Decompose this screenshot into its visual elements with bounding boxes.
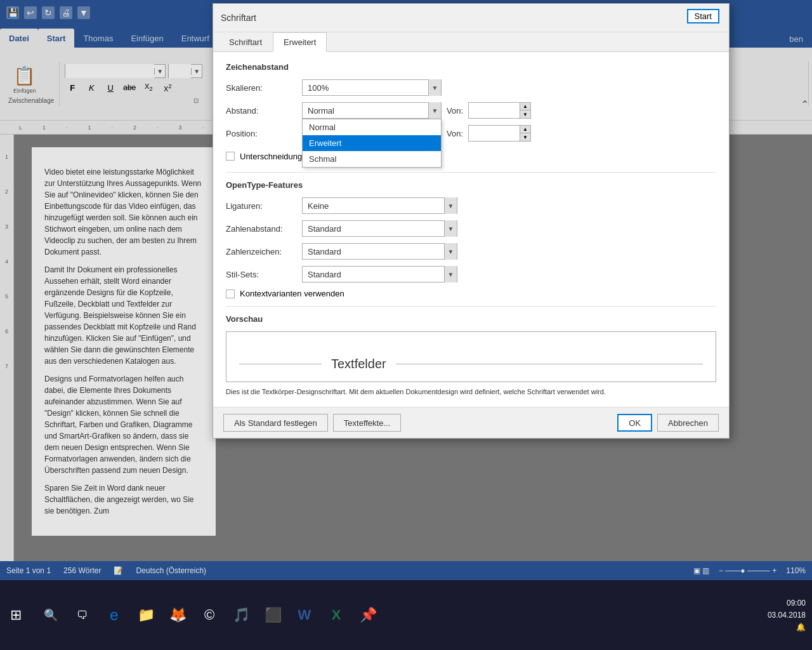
taskbar-explorer[interactable]: 📁 [130,583,162,647]
texteffekte-button[interactable]: Texteffekte... [333,414,401,432]
label-skalieren: Skalieren: [226,83,302,93]
label-ligaturen: Ligaturen: [226,201,302,211]
dropdown-item-normal[interactable]: Normal [303,119,441,135]
taskbar-notification[interactable]: 🔔 [796,623,806,632]
font-dialog: Schriftart ? ✕ Schriftart Erweitert Star… [213,3,730,439]
start-button[interactable]: ⊞ [0,580,32,650]
von-abstand-down[interactable]: ▼ [520,110,530,118]
form-row-zahlenzeichen: Zahlenzeichen: Standard ▼ [226,243,716,260]
taskbar-firefox[interactable]: 🦊 [162,583,193,647]
taskbar-search[interactable]: 🔍 [35,583,67,647]
taskbar-excel[interactable]: X [320,583,352,647]
zahlenzeichen-arrow[interactable]: ▼ [444,243,457,260]
dialog-title: Schriftart [221,13,683,23]
taskbar-app4[interactable]: 📌 [352,583,384,647]
dialog-footer: Als Standard festlegen Texteffekte... OK… [213,407,729,438]
von-abstand-up[interactable]: ▲ [520,103,530,110]
form-row-zahlenabstand: Zahlenabstand: Standard ▼ [226,220,716,237]
form-row-unterschneidung: Unterschneidung ab: ▼ Punkt [226,148,716,164]
separator-2 [226,306,716,307]
taskbar: ⊞ 🔍 🗨 e 📁 🦊 © 🎵 ⬛ W X 📌 09:00 03.04.2018… [0,580,812,650]
form-row-skalieren: Skalieren: 100% ▼ [226,79,716,96]
von-label-position: Von: [447,129,463,138]
abbrechen-button[interactable]: Abbrechen [657,414,719,432]
dialog-title-bar: Schriftart ? ✕ [213,4,729,32]
separator-1 [226,172,716,173]
section-zeichenabstand: Zeichenabstand [226,62,716,72]
form-row-ligaturen: Ligaturen: Keine ▼ [226,197,716,214]
taskbar-word[interactable]: W [289,583,320,647]
preview-box: Textfelder [226,331,716,382]
start-button-dialog[interactable]: Start [687,9,719,23]
tab-schriftart[interactable]: Schriftart [218,32,273,52]
label-zahlenzeichen: Zahlenzeichen: [226,247,302,256]
label-kontextvarianten: Kontextvarianten verwenden [240,289,344,298]
taskbar-items: 🔍 🗨 e 📁 🦊 © 🎵 ⬛ W X 📌 [32,580,387,650]
abstand-dropdown[interactable]: Normal Erweitert Schmal [302,119,442,168]
preview-dash-left [239,364,322,364]
ligaturen-arrow[interactable]: ▼ [444,197,457,214]
label-abstand: Abstand: [226,106,302,116]
taskbar-date: 03.04.2018 [768,611,806,620]
von-abstand-input[interactable] [469,103,520,118]
stilsets-arrow[interactable]: ▼ [444,266,457,282]
taskbar-time: 09:00 [787,599,806,607]
ligaturen-value: Keine [303,201,444,211]
preview-line: Textfelder [239,357,703,371]
select-stilsets[interactable]: Standard ▼ [302,266,457,282]
label-stilsets: Stil-Sets: [226,270,302,279]
select-abstand[interactable]: Normal ▼ [302,102,442,119]
checkbox-unterschneidung[interactable] [226,152,235,161]
zahlenzeichen-value: Standard [303,247,444,256]
preview-description: Dies ist die Textkörper-Designschriftart… [226,387,716,397]
abstand-value: Normal [303,106,428,116]
skalieren-arrow[interactable]: ▼ [428,79,441,96]
checkbox-kontextvarianten[interactable] [226,289,235,298]
label-zahlenabstand: Zahlenabstand: [226,224,302,234]
dropdown-item-erweitert[interactable]: Erweitert [303,135,441,151]
taskbar-app1[interactable]: © [193,583,225,647]
form-row-stilsets: Stil-Sets: Standard ▼ [226,266,716,282]
form-row-kontextvarianten: Kontextvarianten verwenden [226,289,716,298]
taskbar-edge[interactable]: e [98,583,130,647]
form-row-abstand: Abstand: Normal ▼ Normal Erweitert Schma… [226,102,716,119]
abstand-arrow[interactable]: ▼ [428,102,441,119]
tab-erweitert[interactable]: Erweitert [273,32,327,52]
skalieren-value: 100% [303,83,428,93]
taskbar-app2[interactable]: 🎵 [225,583,257,647]
stilsets-value: Standard [303,270,444,279]
preview-dash-right [396,364,703,364]
als-standard-button[interactable]: Als Standard festlegen [223,414,328,432]
von-position-down[interactable]: ▼ [520,133,530,141]
form-row-position: Position: ▼ Von: ▲ ▼ [226,125,716,142]
select-ligaturen[interactable]: Keine ▼ [302,197,457,214]
zahlenabstand-value: Standard [303,224,444,234]
ok-button[interactable]: OK [617,414,652,432]
von-position-up[interactable]: ▲ [520,126,530,133]
select-skalieren[interactable]: 100% ▼ [302,79,442,96]
dialog-tab-bar: Schriftart Erweitert Start [213,32,729,52]
von-label-abstand: Von: [447,106,463,116]
section-opentype: OpenType-Features [226,180,716,190]
von-position-input[interactable] [469,126,520,141]
taskbar-clock: 09:00 03.04.2018 🔔 [761,595,812,635]
dropdown-item-schmal[interactable]: Schmal [303,151,441,167]
taskbar-taskview[interactable]: 🗨 [67,583,98,647]
select-zahlenabstand[interactable]: Standard ▼ [302,220,457,237]
zahlenabstand-arrow[interactable]: ▼ [444,220,457,237]
dialog-content: Zeichenabstand Skalieren: 100% ▼ Abstand… [213,52,729,407]
select-zahlenzeichen[interactable]: Standard ▼ [302,243,457,260]
preview-text: Textfelder [331,357,386,371]
label-position: Position: [226,129,302,138]
taskbar-app3[interactable]: ⬛ [257,583,289,647]
section-vorschau: Vorschau [226,314,716,324]
